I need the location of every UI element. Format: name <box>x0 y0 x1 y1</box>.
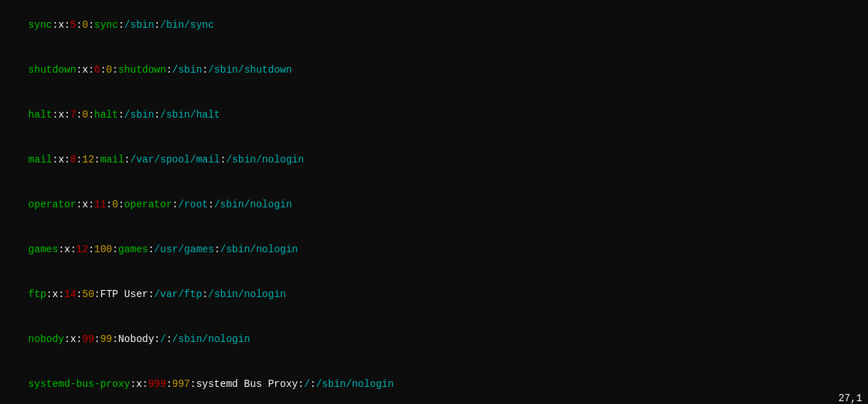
line-ftp: ftp:x:14:50:FTP User:/var/ftp:/sbin/nolo… <box>4 272 864 317</box>
terminal: sync:x:5:0:sync:/sbin:/bin/sync shutdown… <box>0 0 868 404</box>
line-halt: halt:x:7:0:halt:/sbin:/sbin/halt <box>4 93 864 138</box>
line-mail: mail:x:8:12:mail:/var/spool/mail:/sbin/n… <box>4 138 864 182</box>
line-sync: sync:x:5:0:sync:/sbin:/bin/sync <box>4 3 864 48</box>
status-bar: 27,1 <box>838 393 862 404</box>
line-nobody: nobody:x:99:99:Nobody:/:/sbin/nologin <box>4 317 864 362</box>
line-games: games:x:12:100:games:/usr/games:/sbin/no… <box>4 227 864 272</box>
cursor-position: 27,1 <box>838 393 862 404</box>
line-shutdown: shutdown:x:6:0:shutdown:/sbin:/sbin/shut… <box>4 48 864 93</box>
line-operator: operator:x:11:0:operator:/root:/sbin/nol… <box>4 182 864 227</box>
username: sync <box>29 19 53 31</box>
line-systemd-bus-proxy: systemd-bus-proxy:x:999:997:systemd Bus … <box>4 362 864 404</box>
